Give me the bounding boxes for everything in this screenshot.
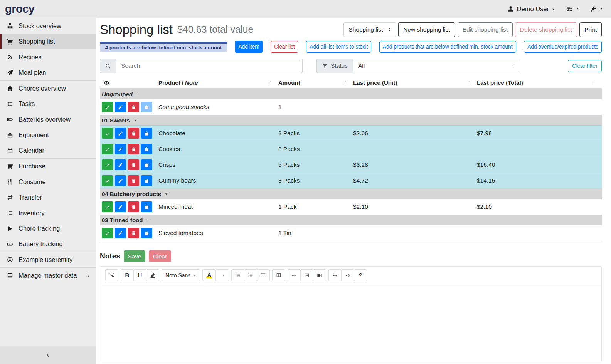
- add-overdue-button[interactable]: Add overdue/expired products: [524, 41, 602, 53]
- add-to-stock-button[interactable]: [141, 102, 152, 112]
- app-logo[interactable]: grocy: [5, 3, 34, 15]
- mark-done-button[interactable]: [102, 144, 113, 154]
- settings-menu[interactable]: [566, 5, 579, 12]
- fullscreen-button[interactable]: [328, 269, 342, 281]
- sidebar-item[interactable]: Recipes: [0, 49, 96, 65]
- notes-save-button[interactable]: Save: [124, 250, 145, 262]
- sidebar-item[interactable]: Chores overview: [0, 81, 96, 96]
- column-header-product[interactable]: Product / Note: [158, 79, 278, 86]
- insert-image-button[interactable]: [300, 269, 313, 281]
- sidebar-item[interactable]: Inventory: [0, 205, 96, 221]
- insert-video-button[interactable]: [313, 269, 326, 281]
- sidebar-item[interactable]: Tasks: [0, 96, 96, 112]
- column-header-price-total[interactable]: Last price (Total): [477, 79, 602, 86]
- delete-item-button[interactable]: [128, 144, 139, 154]
- sidebar-item[interactable]: Transfer: [0, 190, 96, 206]
- edit-icon: [118, 231, 123, 236]
- edit-shopping-list-button[interactable]: Edit shopping list: [458, 22, 513, 37]
- sort-icon: [467, 81, 471, 85]
- add-to-stock-button[interactable]: [141, 175, 152, 186]
- group-header-row[interactable]: 04 Butchery products: [100, 189, 602, 199]
- sidebar-item[interactable]: Equipment: [0, 127, 96, 143]
- add-item-button[interactable]: Add item: [235, 41, 263, 53]
- edit-item-button[interactable]: [115, 175, 126, 186]
- notes-editor-content[interactable]: [100, 284, 601, 361]
- text-color-button[interactable]: A: [202, 269, 216, 281]
- clear-filter-button[interactable]: Clear filter: [568, 60, 602, 72]
- ordered-list-button[interactable]: [244, 269, 257, 281]
- group-header-row[interactable]: Ungrouped: [100, 89, 602, 99]
- delete-item-button[interactable]: [128, 228, 139, 238]
- edit-item-button[interactable]: [115, 159, 126, 170]
- add-all-to-stock-button[interactable]: Add all list items to stock: [306, 41, 371, 53]
- admin-menu[interactable]: [590, 5, 603, 12]
- delete-item-button[interactable]: [128, 159, 139, 170]
- delete-item-button[interactable]: [128, 128, 139, 139]
- sidebar-collapse-button[interactable]: [0, 346, 96, 364]
- user-menu[interactable]: Demo User: [507, 5, 555, 13]
- mark-done-button[interactable]: [102, 128, 113, 139]
- print-button[interactable]: Print: [579, 22, 602, 37]
- edit-item-button[interactable]: [115, 228, 126, 238]
- sidebar-item[interactable]: Calendar: [0, 143, 96, 159]
- add-to-stock-button[interactable]: [141, 201, 152, 212]
- add-to-stock-button[interactable]: [141, 228, 152, 238]
- delete-item-button[interactable]: [128, 102, 139, 112]
- shopping-list-select[interactable]: Shopping list: [343, 22, 396, 37]
- sidebar-item[interactable]: Stock overview: [0, 18, 96, 34]
- insert-table-button[interactable]: [272, 269, 285, 281]
- help-button[interactable]: ?: [354, 269, 367, 281]
- editor-toolbar: B U Noto Sans: [100, 267, 601, 284]
- remove-format-button[interactable]: [146, 269, 159, 281]
- new-shopping-list-button[interactable]: New shopping list: [398, 22, 455, 37]
- product-cell: Sieved tomatoes: [158, 230, 278, 237]
- trash-icon: [131, 105, 136, 110]
- mark-done-button[interactable]: [102, 201, 113, 212]
- magic-style-button[interactable]: [105, 269, 118, 281]
- delete-item-button[interactable]: [128, 201, 139, 212]
- clear-list-button[interactable]: Clear list: [271, 41, 298, 53]
- price-unit-cell: $3.28: [353, 161, 477, 168]
- status-filter-select[interactable]: All: [353, 59, 520, 73]
- color-dropdown-button[interactable]: [215, 269, 229, 281]
- mark-done-button[interactable]: [102, 159, 113, 170]
- add-to-stock-button[interactable]: [141, 144, 152, 154]
- sidebar-item[interactable]: Meal plan: [0, 65, 96, 81]
- sidebar-item[interactable]: Battery tracking: [0, 237, 96, 252]
- add-below-min-stock-button[interactable]: Add products that are below defined min.…: [379, 41, 516, 53]
- group-header-row[interactable]: 01 Sweets: [100, 115, 602, 126]
- sidebar-item-label: Calendar: [19, 147, 44, 154]
- sidebar-item[interactable]: Consume: [0, 174, 96, 190]
- edit-item-button[interactable]: [115, 128, 126, 139]
- mark-done-button[interactable]: [102, 102, 113, 112]
- delete-item-button[interactable]: [128, 175, 139, 186]
- edit-item-button[interactable]: [115, 102, 126, 112]
- sidebar-item[interactable]: Manage master data: [0, 268, 96, 283]
- sidebar-item[interactable]: Shopping list: [0, 34, 96, 50]
- paragraph-align-button[interactable]: [257, 269, 270, 281]
- sidebar-item[interactable]: Chore tracking: [0, 221, 96, 237]
- search-input[interactable]: [116, 59, 303, 73]
- sidebar-item-label: Chores overview: [19, 85, 66, 92]
- font-family-button[interactable]: Noto Sans: [162, 269, 200, 281]
- insert-link-button[interactable]: [288, 269, 301, 281]
- mark-done-button[interactable]: [102, 175, 113, 186]
- unordered-list-button[interactable]: [231, 269, 244, 281]
- sidebar-item[interactable]: Purchase: [0, 159, 96, 174]
- mark-done-button[interactable]: [102, 228, 113, 238]
- edit-item-button[interactable]: [115, 144, 126, 154]
- column-header-amount[interactable]: Amount: [278, 79, 353, 86]
- delete-shopping-list-button[interactable]: Delete shopping list: [515, 22, 577, 37]
- add-to-stock-button[interactable]: [141, 159, 152, 170]
- group-header-row[interactable]: 03 Tinned food: [100, 215, 602, 225]
- add-to-stock-button[interactable]: [141, 128, 152, 139]
- column-header-visibility[interactable]: [100, 80, 158, 86]
- notes-clear-button[interactable]: Clear: [149, 250, 171, 262]
- bold-button[interactable]: B: [121, 269, 134, 281]
- underline-button[interactable]: U: [133, 269, 146, 281]
- sidebar-item[interactable]: Batteries overview: [0, 112, 96, 127]
- edit-item-button[interactable]: [115, 201, 126, 212]
- sidebar-item[interactable]: Example userentity: [0, 252, 96, 268]
- code-view-button[interactable]: [341, 269, 354, 281]
- column-header-price-unit[interactable]: Last price (Unit): [353, 79, 477, 86]
